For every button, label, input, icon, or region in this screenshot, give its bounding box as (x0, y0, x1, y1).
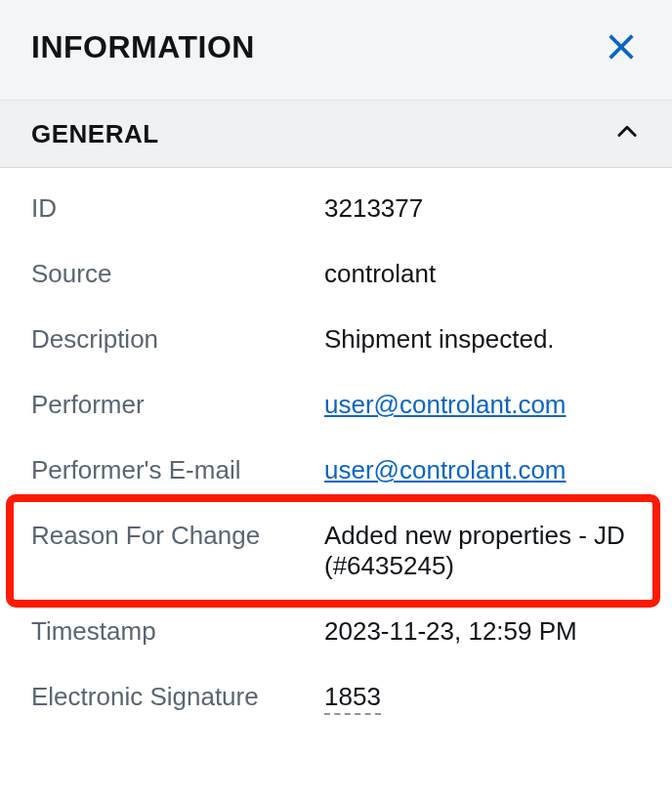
field-row-reason-for-change: Reason For Change Added new properties -… (0, 503, 672, 599)
field-value: 1853 (324, 682, 641, 712)
close-button[interactable] (602, 27, 641, 66)
field-value: Shipment inspected. (324, 324, 641, 355)
field-value: Added new properties - JD (#6435245) (324, 521, 641, 581)
electronic-signature-value: 1853 (324, 682, 381, 715)
field-row-id: ID 3213377 (0, 176, 672, 241)
field-row-description: Description Shipment inspected. (0, 307, 672, 372)
field-label: Performer (31, 390, 324, 420)
field-label: Timestamp (31, 616, 324, 647)
field-label: Performer's E-mail (31, 455, 324, 485)
information-panel: INFORMATION GENERAL ID 3213377 Source co… (0, 0, 672, 730)
fields-list: ID 3213377 Source controlant Description… (0, 168, 672, 730)
panel-title: INFORMATION (31, 29, 255, 65)
field-label: Source (31, 259, 324, 289)
field-label: Reason For Change (31, 521, 324, 551)
field-label: Description (31, 324, 324, 355)
field-row-timestamp: Timestamp 2023-11-23, 12:59 PM (0, 599, 672, 664)
field-label: Electronic Signature (31, 682, 324, 712)
field-value: 2023-11-23, 12:59 PM (324, 616, 641, 647)
panel-header: INFORMATION (0, 0, 672, 101)
close-icon (607, 32, 636, 62)
field-row-performer-email: Performer's E-mail user@controlant.com (0, 438, 672, 503)
field-label: ID (31, 193, 324, 224)
performer-email-link[interactable]: user@controlant.com (324, 455, 567, 484)
field-row-electronic-signature: Electronic Signature 1853 (0, 664, 672, 730)
performer-link[interactable]: user@controlant.com (324, 390, 567, 419)
field-row-performer: Performer user@controlant.com (0, 372, 672, 438)
chevron-up-icon (613, 118, 641, 149)
field-value: 3213377 (324, 193, 641, 224)
field-row-source: Source controlant (0, 241, 672, 307)
section-header-general[interactable]: GENERAL (0, 101, 672, 168)
field-value: user@controlant.com (324, 455, 641, 485)
field-value: user@controlant.com (324, 390, 641, 420)
field-value: controlant (324, 259, 641, 289)
section-title: GENERAL (31, 119, 159, 149)
